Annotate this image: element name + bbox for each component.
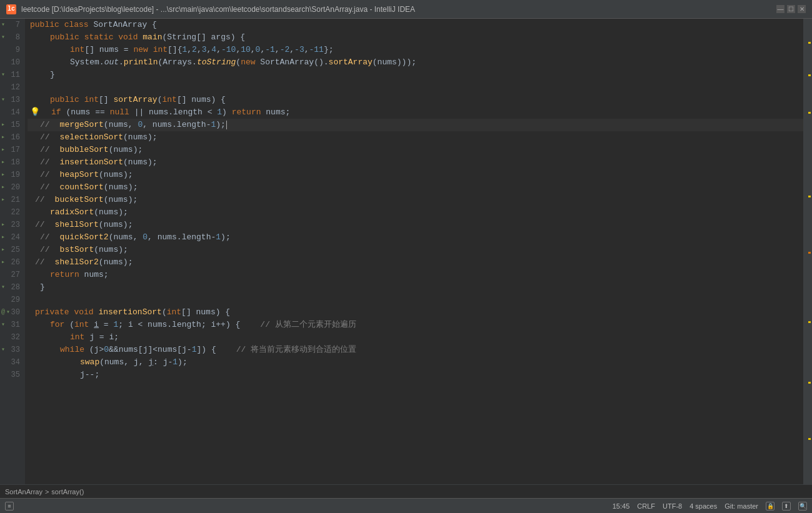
- fold-icon-31: ▾: [1, 319, 5, 331]
- line-num-34: 34: [0, 356, 25, 369]
- fold-icon-23: ▸: [1, 219, 5, 231]
- code-line-28: }: [28, 281, 803, 294]
- close-button[interactable]: ✕: [798, 5, 806, 13]
- line-num-21: ▸ 21: [0, 194, 25, 206]
- scroll-marker-f: [808, 321, 811, 323]
- minimize-button[interactable]: —: [776, 5, 784, 13]
- breadcrumb-class: SortAnArray: [5, 488, 43, 496]
- annotation-icon-30: @: [1, 306, 5, 319]
- fold-icon-26: ▸: [1, 256, 5, 269]
- line-num-33: ▾ 33: [0, 344, 25, 356]
- fold-icon-28: ▾: [1, 281, 5, 294]
- statusbar-time: 15:45: [613, 502, 630, 510]
- statusbar-charset: UTF-8: [663, 502, 682, 510]
- fold-icon-7: ▾: [1, 19, 5, 31]
- scroll-marker-c: [808, 112, 811, 114]
- fold-icon-8: ▾: [1, 31, 5, 44]
- breadcrumb-bar: SortAnArray > sortArray(): [0, 484, 812, 498]
- titlebar-controls[interactable]: — ☐ ✕: [776, 5, 806, 13]
- code-line-21: // bucketSort(nums);: [28, 194, 803, 206]
- line-num-29: 29: [0, 294, 25, 306]
- code-area[interactable]: ▾ 7 ▾ 8 9 10 ▾ 11 12: [0, 19, 812, 498]
- editor-container: ▾ 7 ▾ 8 9 10 ▾ 11 12: [0, 19, 812, 498]
- code-line-34: swap(nums, j, j: j-1);: [28, 356, 803, 369]
- code-line-30: private void insertionSort(int[] nums) {: [28, 306, 803, 319]
- fold-icon-30: ▾: [6, 306, 10, 319]
- code-line-24: // quickSort2(nums, 0, nums.length-1);: [28, 231, 803, 244]
- line-num-16: ▸ 16: [0, 131, 25, 144]
- code-line-15[interactable]: // mergeSort(nums, 0, nums.length-1);: [28, 119, 803, 131]
- line-num-17: ▸ 17: [0, 144, 25, 156]
- status-icon-lock: 🔒: [766, 502, 774, 511]
- code-line-14: 💡 if (nums == null || nums.length < 1) r…: [28, 106, 803, 119]
- code-line-9: int[] nums = new int[]{1,2,3,4,-10,10,0,…: [28, 44, 803, 56]
- fold-icon-20: ▸: [1, 181, 5, 194]
- breadcrumb-separator: >: [45, 488, 49, 496]
- fold-icon-13: ▾: [1, 94, 5, 106]
- code-line-13: public int[] sortArray(int[] nums) {: [28, 94, 803, 106]
- code-content[interactable]: public class SortAnArray { public static…: [25, 19, 803, 484]
- scroll-marker-d: [808, 196, 811, 197]
- statusbar-indent: 4 spaces: [689, 502, 717, 510]
- code-line-17: // bubbleSort(nums);: [28, 144, 803, 156]
- fold-icon-33: ▾: [1, 344, 5, 356]
- code-line-8: public static void main(String[] args) {: [28, 31, 803, 44]
- line-num-14: 14: [0, 106, 25, 119]
- line-num-13: ▾ 13: [0, 94, 25, 106]
- code-line-12: [28, 81, 803, 94]
- code-line-18: // insertionSort(nums);: [28, 156, 803, 169]
- scroll-marker-e: [808, 252, 811, 254]
- code-line-11: }: [28, 69, 803, 81]
- line-num-20: ▸ 20: [0, 181, 25, 194]
- statusbar: ≡ 15:45 CRLF UTF-8 4 spaces Git: master …: [0, 498, 812, 513]
- scrollbar-track[interactable]: [803, 19, 812, 484]
- line-num-10: 10: [0, 56, 25, 69]
- statusbar-encoding: CRLF: [637, 502, 655, 510]
- titlebar: lc leetcode [D:\IdeaProjects\blog\leetco…: [0, 0, 812, 19]
- code-line-33: while (j>0&&nums[j]<nums[j-1]) { // 将当前元…: [28, 344, 803, 356]
- status-icon-share: ⬆: [782, 502, 791, 511]
- status-icon-search: 🔍: [798, 502, 807, 511]
- line-num-7: ▾ 7: [0, 19, 25, 31]
- line-num-22: 22: [0, 206, 25, 219]
- line-num-23: ▸ 23: [0, 219, 25, 231]
- cursor: [226, 121, 227, 129]
- code-line-23: // shellSort(nums);: [28, 219, 803, 231]
- code-line-19: // heapSort(nums);: [28, 169, 803, 181]
- code-line-29: [28, 294, 803, 306]
- line-num-30: @ ▾ 30: [0, 306, 25, 319]
- status-icon-left: ≡: [5, 502, 14, 511]
- code-line-27: return nums;: [28, 269, 803, 281]
- breadcrumb-method: sortArray(): [51, 488, 84, 496]
- line-num-31: ▾ 31: [0, 319, 25, 331]
- code-lines: ▾ 7 ▾ 8 9 10 ▾ 11 12: [0, 19, 812, 484]
- line-num-15: ▸ 15: [0, 119, 25, 131]
- fold-icon-21: ▸: [1, 194, 5, 206]
- maximize-button[interactable]: ☐: [787, 5, 795, 13]
- code-line-10: System.out.println(Arrays.toString(new S…: [28, 56, 803, 69]
- line-num-28: ▾ 28: [0, 281, 25, 294]
- line-num-35: 35: [0, 369, 25, 381]
- statusbar-right: 15:45 CRLF UTF-8 4 spaces Git: master 🔒 …: [613, 502, 807, 511]
- statusbar-left: ≡: [5, 502, 14, 511]
- line-num-9: 9: [0, 44, 25, 56]
- line-num-12: 12: [0, 81, 25, 94]
- line-num-11: ▾ 11: [0, 69, 25, 81]
- code-line-25: // bstSort(nums);: [28, 244, 803, 256]
- code-line-7: public class SortAnArray {: [28, 19, 803, 31]
- line-num-24: ▸ 24: [0, 231, 25, 244]
- scroll-marker-b: [808, 74, 811, 76]
- scroll-marker-h: [808, 438, 811, 440]
- line-num-8: ▾ 8: [0, 31, 25, 44]
- code-line-20: // countSort(nums);: [28, 181, 803, 194]
- fold-icon-16: ▸: [1, 131, 5, 144]
- fold-icon-15: ▸: [1, 119, 5, 131]
- line-numbers: ▾ 7 ▾ 8 9 10 ▾ 11 12: [0, 19, 25, 484]
- statusbar-vcs: Git: master: [724, 502, 758, 510]
- titlebar-left: lc leetcode [D:\IdeaProjects\blog\leetco…: [6, 4, 415, 14]
- bulb-icon-14: 💡: [30, 106, 40, 119]
- code-line-16: // selectionSort(nums);: [28, 131, 803, 144]
- line-num-26: ▸ 26: [0, 256, 25, 269]
- fold-icon-17: ▸: [1, 144, 5, 156]
- line-num-25: ▸ 25: [0, 244, 25, 256]
